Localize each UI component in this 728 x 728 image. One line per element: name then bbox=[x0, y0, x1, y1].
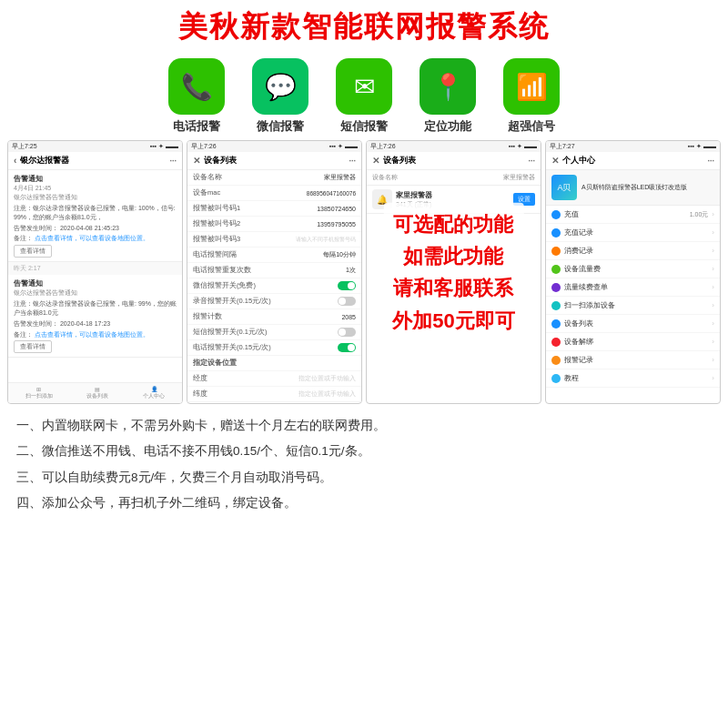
alert1-note: 备注： 点击查看详情，可以查看设备地图位置。 bbox=[14, 234, 177, 243]
wechat-label: 微信报警 bbox=[257, 118, 304, 135]
features-section: 一、内置物联网卡，不需另外购卡，赠送十个月左右的联网费用。 二、微信推送不用钱、… bbox=[0, 404, 728, 516]
settings-called1: 报警被叫号码1 13850724650 bbox=[187, 201, 361, 217]
screen4-status-bar: 早上7:27 ▪▪▪ ✦ ▬▬ bbox=[546, 141, 720, 152]
screen2-signal: ▪▪▪ ✦ ▬▬ bbox=[329, 143, 358, 150]
screen4: 早上7:27 ▪▪▪ ✦ ▬▬ ✕ 个人中心 ··· A贝 A贝斯特防盗报警器L… bbox=[545, 140, 721, 404]
screen2-nav: ✕ 设备列表 ··· bbox=[187, 152, 361, 170]
screen3-signal: ▪▪▪ ✦ ▬▬ bbox=[509, 143, 537, 150]
wechat-icon-box: 💬 bbox=[252, 58, 308, 115]
alert2-detail-btn[interactable]: 查看详情 bbox=[14, 340, 52, 353]
settings-called3: 报警被叫号码3 请输入不同手机报警号码 bbox=[187, 232, 361, 248]
screen3-nav-title: 设备列表 bbox=[383, 155, 416, 167]
menu-arrow-icon-5: › bbox=[712, 319, 714, 328]
phone-toggle-switch[interactable] bbox=[338, 343, 356, 352]
screen2-time: 早上7:26 bbox=[191, 142, 217, 151]
icon-phone: 📞 电话报警 bbox=[168, 58, 225, 135]
icon-sms: ✉ 短信报警 bbox=[336, 58, 392, 135]
feature-line-3: 三、可以自助续费元8元/年，欠费三个月自动取消号码。 bbox=[16, 465, 712, 490]
alert2-title: 告警通知 bbox=[14, 278, 177, 288]
settings-wechat-toggle: 微信报警开关(免费) bbox=[187, 278, 361, 294]
alert-card-1: 告警通知 4月4日 21:45 银尔达报警器告警通知 注意：银尔达录音报警器设备… bbox=[8, 170, 182, 262]
phone-label: 电话报警 bbox=[173, 118, 220, 135]
tab-devices[interactable]: ▤ 设备列表 bbox=[86, 386, 108, 400]
menu-item-3[interactable]: 流量续费查单 › bbox=[546, 278, 720, 297]
location-icon-box: 📍 bbox=[420, 58, 476, 115]
sms-toggle-switch[interactable] bbox=[338, 328, 356, 337]
settings-mac: 设备mac 868956047160076 bbox=[187, 186, 361, 201]
menu-arrow-icon-4: › bbox=[712, 301, 714, 309]
wechat-toggle-switch[interactable] bbox=[338, 281, 356, 290]
menu-item-6[interactable]: 设备解绑 › bbox=[546, 333, 720, 351]
menu-arrow-icon-0: › bbox=[712, 228, 714, 237]
settings-interval: 电话报警间隔 每隔10分钟 bbox=[187, 248, 361, 263]
settings-phone-toggle: 电话报警开关(0.15元/次) bbox=[187, 340, 361, 356]
alert1-body: 注意：银尔达录音报警器设备已报警，电量: 100%，信号: 99%，您的账户当余… bbox=[14, 204, 177, 222]
screen4-close-icon[interactable]: ✕ bbox=[551, 156, 559, 166]
menu-arrow-icon-3: › bbox=[712, 283, 714, 291]
tab-profile[interactable]: 👤 个人中心 bbox=[143, 386, 165, 400]
screen4-nav: ✕ 个人中心 ··· bbox=[546, 152, 720, 170]
user-avatar: A贝 bbox=[551, 175, 577, 200]
balance-icon bbox=[551, 210, 561, 219]
screen4-more-icon[interactable]: ··· bbox=[707, 157, 714, 166]
menu-icon-3 bbox=[551, 283, 561, 292]
profile-icon: 👤 bbox=[151, 386, 157, 392]
feature-line-1: 一、内置物联网卡，不需另外购卡，赠送十个月左右的联网费用。 bbox=[16, 413, 712, 439]
menu-icon-0 bbox=[551, 228, 561, 238]
menu-icon-5 bbox=[551, 319, 561, 329]
menu-item-0[interactable]: 充值记录 › bbox=[546, 224, 720, 242]
screen2-close-icon[interactable]: ✕ bbox=[193, 156, 200, 166]
screen3-close-icon[interactable]: ✕ bbox=[372, 156, 379, 166]
menu-icon-8 bbox=[551, 374, 561, 383]
menu-arrow-icon-8: › bbox=[712, 374, 714, 382]
settings-device-name: 设备名称 家里报警器 bbox=[187, 170, 361, 186]
menu-item-7[interactable]: 报警记录 › bbox=[546, 351, 720, 369]
device-list-header: 设备名称 家里报警器 bbox=[367, 170, 541, 186]
screen1-nav: ‹ 银尔达报警器 ··· bbox=[8, 152, 182, 170]
back-arrow-icon[interactable]: ‹ bbox=[14, 156, 16, 166]
scan-icon: ⊞ bbox=[36, 386, 41, 392]
alert2-note: 备注： 点击查看详情，可以查看设备地图位置。 bbox=[14, 330, 177, 339]
settings-repeat: 电话报警重复次数 1次 bbox=[187, 263, 361, 278]
wifi-label: 超强信号 bbox=[508, 118, 555, 135]
personal-menu: 充值记录 › 消费记录 › 设备流量费 › 流量续费查单 › 扫 bbox=[546, 224, 720, 388]
alert1-time: 告警发生时间： 2020-04-08 21:45:23 bbox=[14, 224, 177, 233]
screenshots-area: 早上7:25 ▪▪▪ ✦ ▬▬ ‹ 银尔达报警器 ··· 告警通知 4月4日 2… bbox=[0, 140, 728, 404]
tab-scan[interactable]: ⊞ 扫一扫添加 bbox=[25, 386, 53, 400]
screen3-status-bar: 早上7:26 ▪▪▪ ✦ ▬▬ bbox=[367, 141, 541, 152]
devices-icon: ▤ bbox=[95, 386, 100, 392]
menu-item-4[interactable]: 扫一扫添加设备 › bbox=[546, 297, 720, 315]
device-name: 家里报警器 bbox=[396, 190, 432, 200]
menu-item-5[interactable]: 设备列表 › bbox=[546, 315, 720, 333]
screen2-more-icon[interactable]: ··· bbox=[349, 157, 356, 166]
menu-item-2[interactable]: 设备流量费 › bbox=[546, 260, 720, 278]
wechat-icon: 💬 bbox=[265, 72, 297, 102]
screen3-time: 早上7:26 bbox=[370, 142, 396, 151]
menu-icon-4 bbox=[551, 301, 561, 310]
screen2-status-bar: 早上7:26 ▪▪▪ ✦ ▬▬ bbox=[187, 141, 361, 152]
feature-line-4: 四、添加公众号，再扫机子外二维码，绑定设备。 bbox=[16, 490, 712, 516]
alert2-body: 注意：银尔达录音报警器设备已报警，电量: 99%，您的账户当余额81.0元 bbox=[14, 299, 177, 318]
phone-icon-box: 📞 bbox=[168, 58, 225, 115]
feature-line-2: 二、微信推送不用钱、电话不接不用钱0.15/个、短信0.1元/条。 bbox=[16, 439, 712, 464]
voice-toggle-switch[interactable] bbox=[338, 297, 356, 306]
menu-item-1[interactable]: 消费记录 › bbox=[546, 242, 720, 260]
alert1-detail-btn[interactable]: 查看详情 bbox=[14, 245, 52, 258]
balance-item: 充值 1.00元 › bbox=[546, 206, 720, 224]
alert2-time: 告警发生时间： 2020-04-18 17:23 bbox=[14, 319, 177, 329]
screen2: 早上7:26 ▪▪▪ ✦ ▬▬ ✕ 设备列表 ··· 设备名称 家里报警器 设备… bbox=[187, 140, 362, 404]
alert1-subtitle: 4月4日 21:45 bbox=[14, 184, 177, 193]
more-dots-icon[interactable]: ··· bbox=[169, 157, 177, 166]
settings-lng: 经度 指定位置或手动输入 bbox=[187, 371, 361, 387]
menu-icon-2 bbox=[551, 265, 561, 274]
screen1: 早上7:25 ▪▪▪ ✦ ▬▬ ‹ 银尔达报警器 ··· 告警通知 4月4日 2… bbox=[7, 140, 183, 404]
screen3: 早上7:26 ▪▪▪ ✦ ▬▬ ✕ 设备列表 ··· 设备名称 家里报警器 🔔 … bbox=[366, 140, 541, 404]
screen1-signal: ▪▪▪ ✦ ▬▬ bbox=[150, 143, 178, 150]
menu-item-8[interactable]: 教程 › bbox=[546, 369, 720, 388]
menu-arrow-icon-1: › bbox=[712, 247, 714, 255]
menu-icon-7 bbox=[551, 356, 561, 365]
menu-arrow-icon-2: › bbox=[712, 265, 714, 273]
screen3-more-icon[interactable]: ··· bbox=[528, 157, 535, 166]
screen4-nav-title: 个人中心 bbox=[562, 155, 595, 167]
screen1-bottom-bar: ⊞ 扫一扫添加 ▤ 设备列表 👤 个人中心 bbox=[8, 382, 182, 403]
